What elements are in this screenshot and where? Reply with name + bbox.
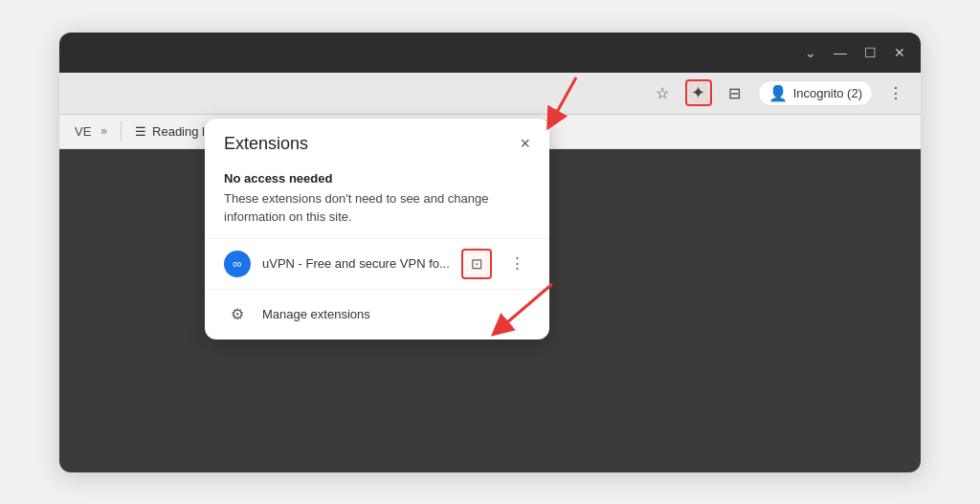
incognito-icon: 👤 — [768, 84, 788, 102]
pin-icon: ⊡ — [471, 255, 483, 273]
tab-bar: ☆ ✦ ⊟ 👤 Incognito (2) ⋮ — [59, 73, 921, 115]
window-controls: ⌄ — ☐ ✕ — [805, 45, 905, 60]
uvpn-more-icon: ⋮ — [509, 253, 525, 274]
popup-section-title: No access needed — [205, 164, 549, 189]
uvpn-more-button[interactable]: ⋮ — [503, 251, 530, 277]
popup-title: Extensions — [224, 134, 308, 154]
incognito-badge[interactable]: 👤 Incognito (2) — [758, 80, 873, 106]
maximize-button[interactable]: ☐ — [864, 45, 877, 60]
uvpn-pin-button[interactable]: ⊡ — [461, 249, 492, 279]
incognito-label: Incognito (2) — [793, 86, 862, 100]
media-router-button[interactable]: ⊟ — [722, 79, 748, 106]
bookmarks-more-icon[interactable]: » — [100, 124, 107, 138]
minimize-button[interactable]: — — [834, 45, 847, 60]
title-bar: ⌄ — ☐ ✕ — [59, 33, 921, 73]
extensions-puzzle-icon: ✦ — [691, 82, 705, 103]
uvpn-name: uVPN - Free and secure VPN fo... — [262, 256, 450, 271]
popup-header: Extensions × — [205, 119, 549, 164]
manage-extensions-item[interactable]: ⚙ Manage extensions — [205, 289, 549, 340]
close-button[interactable]: ✕ — [894, 45, 905, 60]
media-router-icon: ⊟ — [728, 84, 741, 102]
more-menu-icon: ⋮ — [888, 84, 903, 102]
reading-list-icon: ☰ — [135, 124, 146, 139]
manage-extensions-label: Manage extensions — [262, 307, 370, 321]
extension-item-uvpn: ∞ uVPN - Free and secure VPN fo... ⊡ ⋮ — [205, 238, 549, 289]
uvpn-icon-symbol: ∞ — [233, 256, 241, 271]
uvpn-icon: ∞ — [224, 251, 251, 277]
save-bookmark-item[interactable]: VE — [75, 124, 91, 139]
popup-section-desc: These extensions don't need to see and c… — [205, 189, 549, 238]
gear-icon: ⚙ — [231, 305, 244, 323]
toolbar-icons: ☆ ✦ ⊟ 👤 Incognito (2) ⋮ — [649, 79, 909, 106]
bookmarks-divider — [121, 121, 122, 141]
bookmark-star-icon: ☆ — [656, 84, 669, 102]
chevron-down-icon[interactable]: ⌄ — [805, 45, 816, 60]
extensions-button[interactable]: ✦ — [685, 79, 712, 106]
extensions-popup: Extensions × No access needed These exte… — [205, 119, 549, 340]
bookmark-star-button[interactable]: ☆ — [649, 79, 676, 106]
manage-extensions-icon: ⚙ — [224, 301, 251, 328]
more-menu-button[interactable]: ⋮ — [882, 79, 909, 106]
popup-close-button[interactable]: × — [520, 135, 530, 152]
